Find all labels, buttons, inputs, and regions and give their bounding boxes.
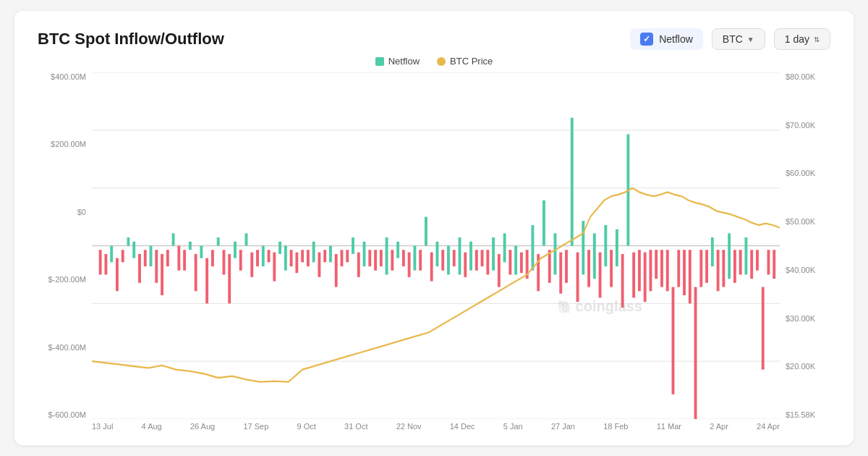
x-label-1: 4 Aug	[142, 422, 162, 431]
svg-rect-92	[571, 118, 574, 246]
svg-rect-98	[604, 225, 607, 266]
svg-rect-20	[166, 250, 169, 266]
svg-rect-79	[498, 254, 501, 287]
svg-rect-93	[576, 253, 579, 302]
svg-rect-71	[453, 250, 456, 266]
y-left-4: $-200.00M	[48, 275, 86, 284]
y-right-8: $15.58K	[786, 410, 815, 419]
svg-rect-110	[672, 287, 675, 394]
x-label-3: 17 Sep	[243, 422, 268, 431]
y-left-2: $200.00M	[51, 140, 86, 148]
svg-rect-40	[278, 242, 281, 254]
x-label-7: 14 Dec	[450, 422, 475, 431]
svg-rect-31	[228, 254, 231, 303]
svg-rect-113	[689, 250, 692, 303]
svg-rect-43	[295, 253, 298, 274]
y-right-1: $80.00K	[786, 72, 815, 81]
svg-rect-82	[514, 246, 517, 275]
y-right-5: $40.00K	[786, 266, 815, 274]
svg-rect-63	[408, 253, 411, 277]
x-label-12: 2 Apr	[710, 422, 728, 431]
svg-rect-100	[616, 229, 618, 266]
svg-rect-119	[722, 250, 725, 287]
svg-rect-42	[290, 250, 293, 266]
x-label-0: 13 Jul	[92, 422, 113, 431]
y-axis-right: $80.00K $70.00K $60.00K $50.00K $40.00K …	[780, 72, 830, 419]
svg-rect-59	[386, 237, 388, 274]
svg-rect-74	[469, 242, 472, 271]
chart-inner: 🐘 coinglass	[92, 72, 780, 419]
svg-rect-116	[705, 250, 708, 283]
svg-rect-120	[728, 233, 731, 279]
svg-rect-70	[447, 246, 450, 275]
svg-rect-99	[610, 250, 613, 287]
svg-rect-111	[677, 250, 680, 287]
timeframe-select[interactable]: 1 day ⇅	[774, 28, 830, 50]
y-right-6: $30.00K	[786, 314, 815, 323]
x-label-10: 18 Feb	[603, 422, 628, 431]
netflow-label: Netflow	[659, 33, 693, 45]
svg-rect-77	[486, 250, 489, 274]
svg-rect-56	[368, 250, 371, 266]
svg-rect-101	[621, 254, 624, 308]
svg-rect-60	[391, 250, 393, 271]
svg-rect-97	[599, 253, 602, 298]
svg-rect-21	[172, 233, 175, 245]
currency-select[interactable]: BTC ▼	[712, 28, 765, 50]
svg-rect-115	[699, 250, 702, 287]
svg-rect-23	[183, 250, 186, 271]
svg-rect-121	[733, 250, 736, 283]
svg-rect-17	[150, 246, 153, 267]
y-left-5: $-400.00M	[48, 343, 86, 352]
legend-netflow-label: Netflow	[388, 56, 420, 67]
y-axis-left: $400.00M $200.00M $0 $-200.00M $-400.00M…	[38, 72, 92, 419]
svg-rect-106	[650, 250, 652, 291]
y-right-7: $20.00K	[786, 362, 815, 371]
svg-rect-54	[357, 253, 360, 277]
svg-rect-69	[441, 250, 444, 271]
svg-rect-49	[329, 246, 332, 263]
chart-card: BTC Spot Inflow/Outflow Netflow BTC ▼ 1 …	[14, 11, 854, 445]
svg-rect-25	[195, 254, 197, 291]
x-label-11: 11 Mar	[657, 422, 681, 431]
legend-netflow: Netflow	[375, 56, 420, 67]
svg-rect-12	[122, 250, 124, 262]
svg-rect-28	[211, 250, 214, 266]
svg-rect-57	[374, 250, 377, 271]
svg-rect-114	[694, 287, 697, 419]
x-axis: 13 Jul 4 Aug 26 Aug 17 Sep 9 Oct 31 Oct …	[92, 419, 780, 431]
svg-rect-61	[396, 242, 399, 258]
svg-rect-47	[318, 253, 320, 277]
legend-btcprice-label: BTC Price	[450, 56, 493, 67]
svg-rect-27	[205, 258, 208, 304]
svg-rect-96	[593, 233, 596, 279]
svg-rect-11	[116, 258, 119, 292]
svg-rect-24	[189, 242, 192, 250]
svg-rect-29	[217, 237, 220, 245]
svg-rect-66	[425, 217, 427, 246]
svg-rect-10	[110, 246, 113, 263]
svg-rect-94	[582, 221, 584, 274]
svg-rect-39	[273, 253, 276, 282]
svg-rect-127	[767, 250, 770, 274]
svg-rect-62	[402, 250, 405, 266]
svg-rect-75	[475, 250, 478, 271]
x-label-4: 9 Oct	[297, 422, 316, 431]
legend-row: Netflow BTC Price	[38, 56, 830, 67]
svg-rect-16	[144, 250, 147, 266]
svg-rect-41	[284, 246, 287, 271]
svg-rect-125	[756, 250, 759, 271]
x-label-8: 5 Jan	[503, 422, 523, 431]
x-label-5: 31 Oct	[344, 422, 367, 431]
svg-rect-19	[161, 254, 163, 295]
netflow-checkbox[interactable]: Netflow	[630, 28, 703, 50]
svg-rect-52	[346, 250, 349, 262]
svg-rect-48	[323, 250, 326, 262]
checkbox-checked-icon	[640, 33, 653, 46]
svg-rect-89	[554, 233, 557, 274]
y-right-3: $60.00K	[786, 169, 815, 177]
svg-rect-68	[436, 242, 439, 266]
svg-rect-107	[655, 250, 658, 279]
svg-rect-34	[245, 233, 248, 245]
svg-rect-80	[503, 233, 506, 262]
